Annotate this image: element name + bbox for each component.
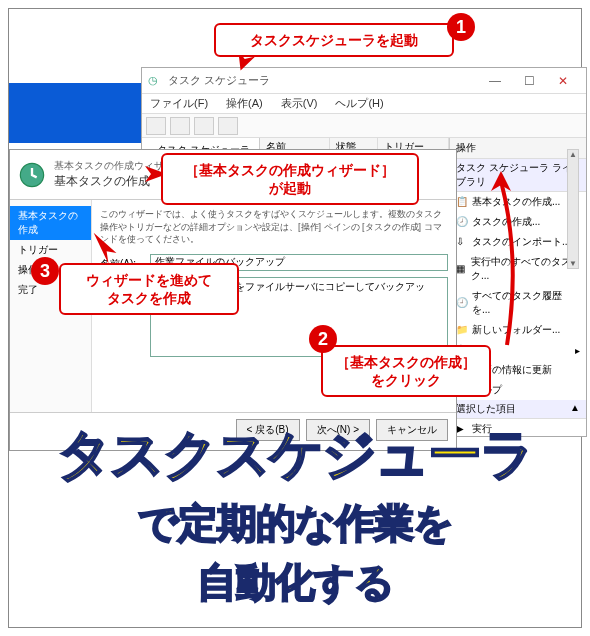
history-icon: 🕘	[456, 297, 468, 309]
wizard-clock-icon	[18, 161, 46, 189]
callout-4: ［基本タスクの作成］ をクリック	[321, 345, 491, 397]
toolbar	[142, 114, 586, 138]
headline: タスクスケジューラ で定期的な作業を 自動化する	[9, 419, 581, 610]
callout-num-3: 3	[31, 257, 59, 285]
toolbar-refresh-icon[interactable]	[194, 117, 214, 135]
minimize-button[interactable]: —	[478, 70, 512, 92]
wizard-description: このウィザードでは、よく使うタスクをすばやくスケジュールします。複数のタスク操作…	[100, 208, 448, 246]
import-icon: ⇩	[456, 236, 468, 248]
callout-num-1: 1	[447, 13, 475, 41]
callout-2: ［基本タスクの作成ウィザード］ が起動	[161, 153, 419, 205]
toolbar-back-icon[interactable]	[146, 117, 166, 135]
chevron-right-icon: ▸	[575, 345, 580, 356]
wizard-step-trigger[interactable]: トリガー	[10, 240, 91, 260]
chevron-up-icon[interactable]: ▲	[570, 402, 580, 413]
arrow-icon	[487, 169, 527, 349]
wizard-step-basic[interactable]: 基本タスクの作成	[10, 206, 91, 240]
callout-num-2: 2	[309, 325, 337, 353]
clock-icon: ◷	[148, 74, 162, 88]
maximize-button[interactable]: ☐	[512, 70, 546, 92]
window-title: タスク スケジューラ	[168, 73, 478, 88]
headline-line-2: で定期的な作業を	[9, 496, 581, 551]
headline-line-3: 自動化する	[9, 555, 581, 610]
menubar: ファイル(F) 操作(A) 表示(V) ヘルプ(H)	[142, 94, 586, 114]
folder-icon: 📁	[456, 324, 468, 336]
wizard-icon: 📋	[456, 196, 468, 208]
toolbar-forward-icon[interactable]	[170, 117, 190, 135]
task-icon: 🕗	[456, 216, 468, 228]
callout-3: ウィザードを進めて タスクを作成	[59, 263, 239, 315]
titlebar: ◷ タスク スケジューラ — ☐ ✕	[142, 68, 586, 94]
menu-view[interactable]: 表示(V)	[277, 94, 322, 113]
headline-line-1: タスクスケジューラ	[9, 419, 581, 492]
list-icon: ▦	[456, 263, 467, 275]
scrollbar-vertical[interactable]	[567, 149, 579, 269]
arrow-icon	[87, 231, 127, 267]
selected-section: 選択した項目▲	[450, 400, 586, 419]
close-button[interactable]: ✕	[546, 70, 580, 92]
menu-action[interactable]: 操作(A)	[222, 94, 267, 113]
actions-header: 操作	[450, 138, 586, 159]
toolbar-help-icon[interactable]	[218, 117, 238, 135]
menu-help[interactable]: ヘルプ(H)	[331, 94, 387, 113]
callout-1: タスクスケジューラを起動	[214, 23, 454, 57]
menu-file[interactable]: ファイル(F)	[146, 94, 212, 113]
